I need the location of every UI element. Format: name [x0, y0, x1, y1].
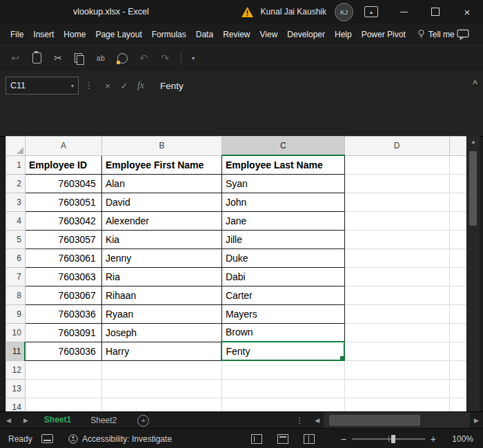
row-header-3[interactable]: 3: [6, 193, 26, 211]
accessibility-status[interactable]: Accessibility: Investigate: [68, 434, 172, 444]
copy-icon[interactable]: [74, 53, 85, 63]
maximize-button[interactable]: [420, 0, 451, 23]
cell-A1[interactable]: Employee ID: [25, 155, 101, 174]
spelling-icon[interactable]: ab: [95, 54, 106, 62]
row-header-6[interactable]: 6: [6, 249, 26, 267]
tab-bar-dots-icon[interactable]: ⋮: [295, 416, 304, 425]
vertical-scrollbar-thumb[interactable]: [469, 151, 477, 226]
back-icon[interactable]: ↩: [10, 52, 21, 64]
zoom-slider[interactable]: [352, 438, 425, 440]
row-header-14[interactable]: 14: [6, 398, 26, 411]
sheet-tab-sheet2[interactable]: Sheet2: [81, 412, 126, 429]
cell-B6[interactable]: Jenny: [101, 249, 221, 267]
collapse-formula-bar-icon[interactable]: ^: [473, 79, 477, 88]
cell-D11[interactable]: [344, 342, 449, 360]
formula-bar-content[interactable]: Fenty: [160, 81, 184, 91]
account-user-name[interactable]: Kunal Jai Kaushik: [261, 7, 326, 17]
menu-tab-home[interactable]: Home: [59, 23, 90, 45]
row-header-8[interactable]: 8: [6, 286, 26, 304]
cell-C1[interactable]: Employee Last Name: [221, 155, 344, 174]
menu-tab-view[interactable]: View: [255, 23, 283, 45]
cell-D5[interactable]: [344, 230, 449, 249]
row-header-9[interactable]: 9: [6, 304, 26, 323]
menu-tab-insert[interactable]: Insert: [28, 23, 59, 45]
ribbon-display-options-icon[interactable]: ▲: [364, 6, 378, 17]
fill-color-icon[interactable]: [117, 53, 128, 64]
cell-D12[interactable]: [344, 360, 449, 379]
macro-record-icon[interactable]: [41, 434, 53, 443]
cell-D9[interactable]: [344, 304, 449, 323]
cell-B1[interactable]: Employee First Name: [101, 155, 221, 174]
cell-D14[interactable]: [344, 398, 449, 411]
row-header-1[interactable]: 1: [6, 155, 26, 174]
cell-A5[interactable]: 7603057: [25, 230, 101, 249]
sheet-nav-left-icon[interactable]: ◀: [0, 417, 17, 424]
horizontal-scrollbar-track[interactable]: [324, 412, 470, 429]
scroll-up-icon[interactable]: ▲: [467, 136, 480, 148]
normal-view-icon[interactable]: [251, 434, 262, 444]
cell-D8[interactable]: [344, 286, 449, 304]
cell-C8[interactable]: Carter: [221, 286, 344, 304]
cell-A8[interactable]: 7603067: [25, 286, 101, 304]
column-header-c[interactable]: C: [221, 137, 344, 156]
row-header-10[interactable]: 10: [6, 323, 26, 342]
row-header-7[interactable]: 7: [6, 267, 26, 286]
cell-A4[interactable]: 7603042: [25, 211, 101, 230]
row-header-5[interactable]: 5: [6, 230, 26, 249]
row-header-2[interactable]: 2: [6, 174, 26, 193]
menu-tab-power-pivot[interactable]: Power Pivot: [357, 23, 411, 45]
menu-tab-developer[interactable]: Developer: [282, 23, 330, 45]
zoom-slider-thumb[interactable]: [391, 435, 395, 443]
cell-C2[interactable]: Syan: [221, 174, 344, 193]
cell-A6[interactable]: 7603061: [25, 249, 101, 267]
cell-C3[interactable]: John: [221, 193, 344, 211]
page-break-view-icon[interactable]: [304, 434, 315, 444]
cell-A7[interactable]: 7603063: [25, 267, 101, 286]
menu-tab-file[interactable]: File: [6, 23, 28, 45]
cell-A3[interactable]: 7603051: [25, 193, 101, 211]
vertical-scrollbar[interactable]: ▲: [466, 136, 480, 411]
cell-C14[interactable]: [221, 398, 344, 411]
enter-entry-icon[interactable]: ✓: [116, 81, 132, 91]
cell-D13[interactable]: [344, 379, 449, 398]
horizontal-scrollbar-thumb[interactable]: [329, 415, 420, 426]
minimize-button[interactable]: [388, 0, 420, 23]
cell-D1[interactable]: [344, 155, 449, 174]
cell-B11[interactable]: Harry: [101, 342, 221, 360]
new-sheet-button[interactable]: +: [137, 415, 149, 427]
cell-B12[interactable]: [101, 360, 221, 379]
cell-A9[interactable]: 7603036: [25, 304, 101, 323]
cell-A11[interactable]: 7603036: [25, 342, 101, 360]
cell-D7[interactable]: [344, 267, 449, 286]
cell-B4[interactable]: Alexender: [101, 211, 221, 230]
cell-B13[interactable]: [101, 379, 221, 398]
row-header-11[interactable]: 11: [6, 342, 26, 360]
cell-B14[interactable]: [101, 398, 221, 411]
cell-C12[interactable]: [221, 360, 344, 379]
row-header-12[interactable]: 12: [6, 360, 26, 379]
menu-tab-data[interactable]: Data: [191, 23, 218, 45]
customize-toolbar-icon[interactable]: ▾: [192, 55, 195, 61]
cell-C13[interactable]: [221, 379, 344, 398]
cell-D2[interactable]: [344, 174, 449, 193]
cell-C11[interactable]: Fenty: [221, 342, 344, 360]
cell-C4[interactable]: Jane: [221, 211, 344, 230]
cell-C6[interactable]: Duke: [221, 249, 344, 267]
row-header-13[interactable]: 13: [6, 379, 26, 398]
column-header-a[interactable]: A: [25, 137, 101, 156]
cell-A10[interactable]: 7603091: [25, 323, 101, 342]
zoom-level[interactable]: 100%: [444, 434, 483, 444]
cell-B8[interactable]: Rihaan: [101, 286, 221, 304]
column-header-d[interactable]: D: [344, 137, 449, 156]
name-box-caret-icon[interactable]: ▾: [71, 83, 74, 89]
row-header-4[interactable]: 4: [6, 211, 26, 230]
sheet-tab-sheet1[interactable]: Sheet1: [34, 411, 81, 429]
warning-icon[interactable]: [241, 6, 254, 18]
cell-B5[interactable]: Kia: [101, 230, 221, 249]
tell-me[interactable]: Tell me: [417, 29, 455, 39]
undo-icon[interactable]: ↶: [138, 52, 149, 64]
cell-D6[interactable]: [344, 249, 449, 267]
insert-function-icon[interactable]: fx: [132, 80, 149, 91]
page-layout-view-icon[interactable]: [277, 434, 288, 444]
cell-A14[interactable]: [25, 398, 101, 411]
